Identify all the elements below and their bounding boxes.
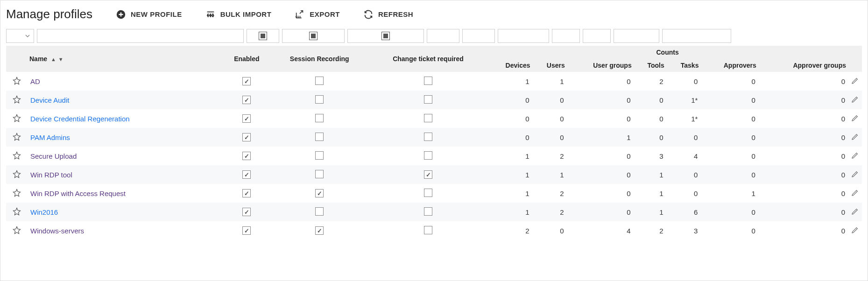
user-groups-count: 0 — [567, 91, 634, 109]
edit-icon[interactable] — [851, 152, 859, 159]
tools-count: 3 — [634, 147, 666, 165]
filter-session[interactable] — [282, 29, 345, 43]
export-button[interactable]: csv EXPORT — [295, 9, 340, 20]
checkbox[interactable] — [315, 170, 324, 178]
star-icon[interactable] — [13, 151, 21, 160]
filter-users[interactable] — [462, 29, 495, 43]
checkbox[interactable] — [424, 226, 432, 234]
tasks-count: 6 — [666, 203, 701, 221]
checkbox[interactable] — [242, 226, 251, 235]
col-session[interactable]: Session Recording — [270, 46, 369, 72]
profile-name[interactable]: Win2016 — [30, 208, 58, 216]
checkbox[interactable] — [424, 170, 432, 179]
checkbox[interactable] — [242, 114, 251, 123]
filter-approvers[interactable] — [614, 29, 659, 43]
profile-name[interactable]: Secure Upload — [30, 152, 77, 160]
col-devices[interactable]: Devices — [487, 59, 532, 72]
col-approver-groups[interactable]: Approver groups — [758, 59, 848, 72]
toolbar: Manage profiles NEW PROFILE BULK IMPORT … — [6, 5, 862, 29]
checkbox[interactable] — [315, 95, 324, 104]
edit-icon[interactable] — [851, 77, 859, 84]
tasks-count: 1* — [666, 109, 701, 128]
col-enabled[interactable]: Enabled — [224, 46, 270, 72]
col-user-groups[interactable]: User groups — [567, 59, 634, 72]
svg-text:csv: csv — [296, 15, 301, 18]
profile-name[interactable]: Windows-servers — [30, 227, 84, 235]
edit-icon[interactable] — [851, 170, 859, 178]
checkbox[interactable] — [315, 133, 324, 141]
filter-enabled[interactable] — [247, 29, 279, 43]
checkbox[interactable] — [424, 114, 432, 122]
edit-icon[interactable] — [851, 226, 859, 234]
checkbox[interactable] — [242, 77, 251, 85]
col-name[interactable]: Name ▲ ▼ — [28, 46, 224, 72]
filter-approver-groups[interactable] — [662, 29, 731, 43]
edit-icon[interactable] — [851, 114, 859, 122]
devices-count: 1 — [487, 184, 532, 203]
tasks-count: 3 — [666, 221, 701, 240]
checkbox[interactable] — [315, 114, 324, 122]
profile-name[interactable]: PAM Admins — [30, 133, 70, 141]
devices-count: 1 — [487, 72, 532, 91]
filter-name-input[interactable] — [37, 29, 244, 43]
checkbox[interactable] — [315, 226, 324, 235]
col-approvers[interactable]: Approvers — [700, 59, 758, 72]
checkbox[interactable] — [424, 151, 432, 160]
col-change[interactable]: Change ticket required — [369, 46, 487, 72]
checkbox[interactable] — [424, 95, 432, 104]
new-profile-button[interactable]: NEW PROFILE — [116, 9, 182, 20]
profile-name[interactable]: Win RDP tool — [30, 171, 72, 179]
checkbox[interactable] — [242, 133, 251, 141]
bulk-import-button[interactable]: BULK IMPORT — [205, 9, 272, 20]
checkbox[interactable] — [242, 96, 251, 104]
profile-name[interactable]: AD — [30, 77, 40, 85]
star-icon[interactable] — [13, 95, 21, 104]
star-icon[interactable] — [13, 226, 21, 234]
edit-icon[interactable] — [851, 189, 859, 197]
checkbox[interactable] — [424, 189, 432, 197]
devices-count: 1 — [487, 147, 532, 165]
filter-user-groups[interactable] — [498, 29, 549, 43]
profile-name[interactable]: Device Audit — [30, 96, 69, 104]
tools-count: 0 — [634, 91, 666, 109]
devices-count: 0 — [487, 109, 532, 128]
tasks-count: 4 — [666, 147, 701, 165]
star-icon[interactable] — [13, 170, 21, 178]
checkbox[interactable] — [424, 207, 432, 216]
checkbox[interactable] — [242, 152, 251, 160]
filter-star-dropdown[interactable] — [6, 29, 34, 43]
filter-tools[interactable] — [552, 29, 580, 43]
edit-icon[interactable] — [851, 96, 859, 103]
profile-name[interactable]: Win RDP with Access Request — [30, 190, 126, 197]
star-icon[interactable] — [13, 133, 21, 141]
edit-icon[interactable] — [851, 133, 859, 140]
star-icon[interactable] — [13, 207, 21, 216]
col-tools[interactable]: Tools — [634, 59, 666, 72]
col-tasks[interactable]: Tasks — [666, 59, 701, 72]
filter-devices[interactable] — [427, 29, 459, 43]
profile-name[interactable]: Device Credential Regeneration — [30, 115, 130, 123]
filter-tasks[interactable] — [583, 29, 611, 43]
edit-icon[interactable] — [851, 208, 859, 215]
checkbox[interactable] — [315, 151, 324, 160]
star-icon[interactable] — [13, 189, 21, 197]
checkbox[interactable] — [315, 207, 324, 216]
checkbox[interactable] — [424, 133, 432, 141]
star-icon[interactable] — [13, 114, 21, 122]
filter-change[interactable] — [347, 29, 424, 43]
checkbox[interactable] — [315, 77, 324, 85]
checkbox[interactable] — [242, 208, 251, 216]
col-star[interactable] — [6, 46, 28, 72]
table-row: Win20161201600 — [6, 203, 862, 221]
bulk-import-icon — [205, 9, 216, 20]
refresh-button[interactable]: REFRESH — [363, 9, 413, 20]
star-icon[interactable] — [13, 77, 21, 85]
devices-count: 2 — [487, 221, 532, 240]
table-row: Device Credential Regeneration00001*00 — [6, 109, 862, 128]
checkbox[interactable] — [242, 189, 251, 197]
checkbox[interactable] — [424, 77, 432, 85]
user-groups-count: 4 — [567, 221, 634, 240]
checkbox[interactable] — [242, 170, 251, 179]
checkbox[interactable] — [315, 189, 324, 197]
col-users[interactable]: Users — [532, 59, 567, 72]
